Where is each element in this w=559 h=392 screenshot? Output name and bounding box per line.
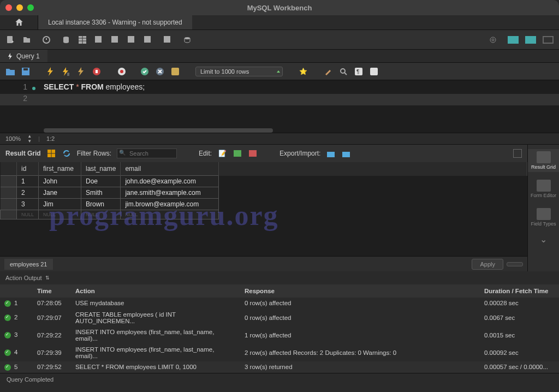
zoom-level[interactable]: 100% bbox=[5, 135, 21, 142]
query-toolbar: Limit to 1000 rows ⭐ ¶ bbox=[0, 63, 559, 80]
output-row[interactable]: 507:29:52SELECT * FROM employees LIMIT 0… bbox=[0, 361, 559, 373]
import-icon[interactable] bbox=[341, 149, 351, 158]
svg-rect-31 bbox=[370, 68, 378, 75]
export-icon[interactable] bbox=[326, 149, 336, 158]
home-button[interactable] bbox=[0, 15, 38, 29]
svg-point-16 bbox=[492, 39, 494, 41]
line-number: 2 bbox=[0, 94, 33, 105]
home-icon bbox=[14, 17, 24, 27]
svg-rect-35 bbox=[234, 150, 241, 157]
col-header[interactable]: email bbox=[121, 162, 219, 176]
brush-icon[interactable] bbox=[323, 67, 333, 76]
noexec-icon[interactable] bbox=[117, 67, 127, 76]
line-number: 1 bbox=[0, 82, 33, 94]
col-header[interactable]: last_name bbox=[81, 162, 121, 176]
svg-text:¶: ¶ bbox=[356, 69, 359, 75]
table-row[interactable]: 1JohnDoejohn.doe@example.com bbox=[1, 176, 527, 187]
apply-button[interactable]: Apply bbox=[472, 259, 503, 270]
inspector-icon[interactable] bbox=[41, 35, 51, 45]
col-header[interactable]: id bbox=[17, 162, 39, 176]
rollback-icon[interactable] bbox=[155, 67, 165, 76]
output-row[interactable]: 407:29:39INSERT INTO employees (first_na… bbox=[0, 344, 559, 361]
result-grid[interactable]: id first_name last_name email 1JohnDoejo… bbox=[0, 162, 527, 256]
minimize-window-button[interactable] bbox=[16, 4, 23, 11]
results-side-panel: ▶ Result Grid Form Editor Field Types ⌄ bbox=[527, 145, 559, 271]
svg-rect-21 bbox=[96, 70, 98, 73]
wrap-icon[interactable] bbox=[369, 67, 379, 76]
func-icon[interactable] bbox=[143, 35, 153, 45]
results-footer: employees 21 Apply bbox=[0, 256, 527, 271]
execute-current-icon[interactable] bbox=[61, 67, 71, 76]
reconnect-icon[interactable] bbox=[182, 35, 192, 45]
table-row[interactable]: 2JaneSmithjane.smith@example.com bbox=[1, 187, 527, 199]
explain-icon[interactable] bbox=[76, 67, 86, 76]
output-row[interactable]: 107:28:05USE mydatabase0 row(s) affected… bbox=[0, 298, 559, 309]
find-icon[interactable] bbox=[338, 67, 348, 76]
invisible-icon[interactable]: ¶ bbox=[354, 67, 364, 76]
table-row[interactable]: 3JimBrownjim.brown@example.com bbox=[1, 199, 527, 210]
save-icon[interactable] bbox=[21, 67, 31, 76]
limit-rows-select[interactable]: Limit to 1000 rows bbox=[195, 67, 283, 76]
chevron-down-icon[interactable]: ⌄ bbox=[540, 234, 547, 245]
side-field-types[interactable]: Field Types bbox=[528, 206, 559, 229]
proc-icon[interactable] bbox=[127, 35, 136, 45]
open-file-icon[interactable] bbox=[5, 67, 15, 76]
output-row[interactable]: 307:29:22INSERT INTO employees (first_na… bbox=[0, 326, 559, 344]
null-row[interactable]: NULLNULLNULLNULL bbox=[1, 210, 527, 219]
col-spacer bbox=[219, 162, 527, 176]
panel-right-icon[interactable] bbox=[543, 36, 554, 44]
out-col-response[interactable]: Response bbox=[240, 284, 480, 298]
search-table-icon[interactable] bbox=[163, 35, 173, 45]
out-col-time[interactable]: Time bbox=[33, 284, 71, 298]
output-row[interactable]: 207:29:07CREATE TABLE employees ( id INT… bbox=[0, 309, 559, 326]
window-title: MySQL Workbench bbox=[247, 4, 312, 12]
connection-tab[interactable]: Local instance 3306 - Warning - not supp… bbox=[38, 15, 192, 29]
svg-rect-18 bbox=[23, 68, 28, 70]
panel-left-icon[interactable] bbox=[508, 36, 519, 44]
open-sql-icon[interactable] bbox=[22, 35, 32, 45]
side-result-grid[interactable]: Result Grid bbox=[528, 149, 559, 172]
out-col-status bbox=[0, 284, 33, 298]
connection-tabs: Local instance 3306 - Warning - not supp… bbox=[0, 15, 559, 30]
stop-icon[interactable] bbox=[92, 67, 102, 76]
query-tab[interactable]: Query 1 bbox=[0, 50, 47, 62]
editor-line bbox=[33, 94, 559, 105]
side-form-editor[interactable]: Form Editor bbox=[528, 177, 559, 200]
delete-row-icon[interactable] bbox=[248, 149, 258, 158]
out-col-duration[interactable]: Duration / Fetch Time bbox=[480, 284, 559, 298]
lightning-icon bbox=[8, 53, 13, 60]
revert-button[interactable] bbox=[507, 262, 523, 266]
svg-rect-36 bbox=[249, 150, 257, 157]
filter-input[interactable] bbox=[117, 149, 177, 158]
view-icon[interactable] bbox=[110, 35, 120, 45]
close-window-button[interactable] bbox=[5, 4, 12, 11]
out-col-action[interactable]: Action bbox=[71, 284, 240, 298]
new-sql-tab-icon[interactable]: + bbox=[5, 35, 15, 45]
wrap-cell-icon[interactable] bbox=[513, 149, 522, 158]
svg-point-23 bbox=[120, 70, 123, 73]
table-icon[interactable] bbox=[78, 35, 87, 45]
maximize-window-button[interactable] bbox=[27, 4, 34, 11]
add-row-icon[interactable] bbox=[233, 149, 242, 158]
execute-icon[interactable] bbox=[46, 67, 56, 76]
panel-bottom-icon[interactable] bbox=[525, 36, 536, 44]
editor-scrollbar[interactable] bbox=[44, 128, 273, 133]
grid-view-icon[interactable] bbox=[46, 149, 56, 158]
beautify-icon[interactable]: ⭐ bbox=[298, 67, 308, 76]
status-text: Query Completed bbox=[7, 376, 53, 383]
autocommit-icon[interactable] bbox=[170, 67, 180, 76]
output-type-select[interactable]: Action Output bbox=[5, 275, 42, 281]
svg-rect-38 bbox=[342, 152, 350, 157]
result-tab[interactable]: employees 21 bbox=[4, 259, 53, 270]
add-table-icon[interactable] bbox=[94, 35, 104, 45]
svg-rect-12 bbox=[144, 36, 151, 43]
db-icon[interactable] bbox=[61, 35, 71, 45]
settings-icon[interactable] bbox=[488, 35, 498, 45]
edit-row-icon[interactable]: 📝 bbox=[217, 149, 227, 158]
results-toolbar: Result Grid Filter Rows: Edit: 📝 Export/… bbox=[0, 145, 527, 162]
col-header[interactable]: first_name bbox=[39, 162, 81, 176]
refresh-icon[interactable] bbox=[62, 149, 72, 158]
edit-label: Edit: bbox=[199, 150, 212, 157]
commit-icon[interactable] bbox=[140, 67, 150, 76]
sql-editor[interactable]: 1 SELECT * FROM employees; 2 bbox=[0, 80, 559, 133]
